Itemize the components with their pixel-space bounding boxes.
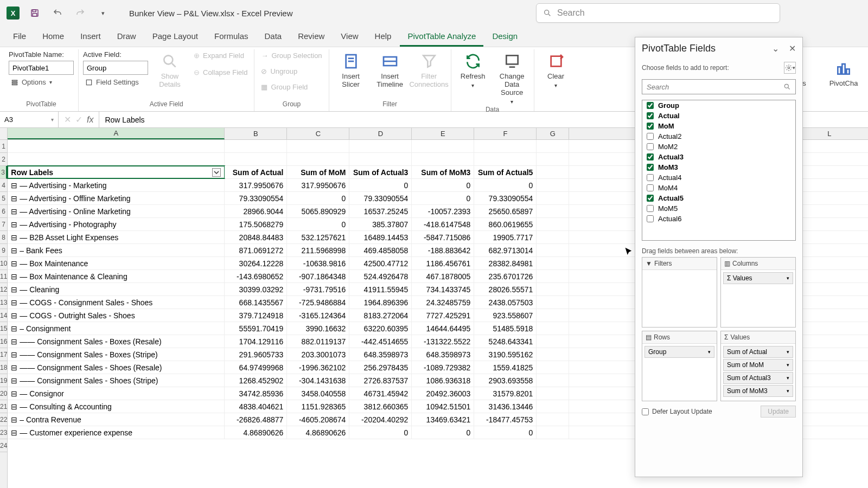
field-checkbox[interactable]: [647, 205, 654, 212]
tab-pivottable-analyze[interactable]: PivotTable Analyze: [400, 27, 483, 47]
tab-formulas[interactable]: Formulas: [207, 27, 256, 47]
area-item[interactable]: Group▾: [644, 346, 714, 358]
row-header-4[interactable]: 4: [0, 179, 7, 192]
row-header-1[interactable]: 1: [0, 140, 7, 153]
field-search-input[interactable]: [647, 83, 780, 91]
row-label[interactable]: ⊟ — Box Maintenance: [8, 257, 225, 269]
row-label[interactable]: ⊟ — COGS - Outright Sales - Shoes: [8, 309, 225, 322]
header-b[interactable]: Sum of Actual: [225, 166, 287, 178]
rowlabels-filter-icon[interactable]: [212, 168, 221, 177]
save-icon[interactable]: [27, 5, 42, 21]
field-actual5[interactable]: Actual5: [642, 193, 795, 203]
row-header-17[interactable]: 17: [0, 348, 7, 361]
pt-name-input[interactable]: [9, 61, 74, 75]
field-checkbox[interactable]: [647, 112, 654, 119]
col-G[interactable]: G: [537, 128, 569, 139]
undo-icon[interactable]: [50, 5, 65, 21]
area-item[interactable]: Sum of Actual▾: [723, 346, 793, 358]
clear-button[interactable]: Clear▾: [539, 50, 573, 88]
tab-home[interactable]: Home: [35, 27, 72, 47]
tab-pagelayout[interactable]: Page Layout: [145, 27, 206, 47]
field-checkbox[interactable]: [647, 102, 654, 109]
field-settings-button[interactable]: Field Settings: [83, 77, 148, 87]
area-item[interactable]: Σ Values▾: [723, 272, 793, 284]
field-mom[interactable]: MoM: [642, 121, 795, 131]
row-header-20[interactable]: 20: [0, 387, 7, 400]
redo-icon[interactable]: [73, 5, 88, 21]
field-checkbox[interactable]: [647, 153, 654, 160]
defer-layout-checkbox[interactable]: [642, 408, 649, 415]
row-label[interactable]: ⊟ — Consignor: [8, 387, 225, 400]
field-mom2[interactable]: MoM2: [642, 142, 795, 152]
row-header-10[interactable]: 10: [0, 257, 7, 270]
pivotchart-button[interactable]: PivotCha: [825, 57, 863, 87]
tab-data[interactable]: Data: [257, 27, 289, 47]
col-C[interactable]: C: [287, 128, 349, 139]
collapse-pane-icon[interactable]: ⌄: [772, 43, 779, 54]
tab-insert[interactable]: Insert: [73, 27, 108, 47]
options-button[interactable]: Options ▾: [9, 77, 74, 87]
field-mom3[interactable]: MoM3: [642, 162, 795, 172]
row-header-11[interactable]: 11: [0, 270, 7, 283]
pane-settings-icon[interactable]: ▾: [784, 62, 796, 74]
row-header-7[interactable]: 7: [0, 218, 7, 231]
field-checkbox[interactable]: [647, 133, 654, 140]
tab-view[interactable]: View: [333, 27, 366, 47]
field-search[interactable]: [642, 79, 796, 94]
field-checkbox[interactable]: [647, 184, 654, 191]
row-header-8[interactable]: 8: [0, 231, 7, 244]
close-pane-icon[interactable]: ✕: [789, 43, 796, 54]
field-checkbox[interactable]: [647, 195, 654, 202]
field-group[interactable]: Group: [642, 100, 795, 111]
row-label[interactable]: ⊟ — B2B Asset Light Expenses: [8, 231, 225, 243]
values-area[interactable]: ΣValues Sum of Actual▾Sum of MoM▾Sum of …: [720, 331, 796, 401]
search-box[interactable]: Search: [536, 3, 780, 23]
field-actual4[interactable]: Actual4: [642, 172, 795, 183]
name-box[interactable]: A3▾: [0, 112, 59, 127]
field-actual3[interactable]: Actual3: [642, 152, 795, 162]
fx-icon[interactable]: fx: [87, 115, 93, 125]
row-header-12[interactable]: 12: [0, 283, 7, 296]
field-mom5[interactable]: MoM5: [642, 203, 795, 214]
field-checkbox[interactable]: [647, 215, 654, 222]
row-label[interactable]: ⊟ — Box Maintenance & Cleaning: [8, 270, 225, 282]
filters-area[interactable]: ▼Filters: [642, 257, 717, 328]
header-c[interactable]: Sum of MoM: [287, 166, 349, 178]
header-e[interactable]: Sum of MoM3: [412, 166, 474, 178]
tab-review[interactable]: Review: [290, 27, 332, 47]
field-checkbox[interactable]: [647, 174, 654, 181]
insert-timeline-button[interactable]: Insert Timeline: [373, 50, 407, 88]
active-field-input[interactable]: [83, 61, 148, 75]
row-label[interactable]: ⊟ – Bank Fees: [8, 244, 225, 256]
field-checkbox[interactable]: [647, 123, 654, 130]
row-label[interactable]: ⊟ — COGS - Consignment Sales - Shoes: [8, 296, 225, 309]
row-header-15[interactable]: 15: [0, 322, 7, 335]
row-label[interactable]: ⊟ — Customer experience expense: [8, 426, 225, 439]
header-f[interactable]: Sum of Actual5: [474, 166, 537, 178]
row-label[interactable]: ⊟ – Consignment: [8, 322, 225, 335]
field-checkbox[interactable]: [647, 143, 654, 150]
row-header-5[interactable]: 5: [0, 192, 7, 205]
row-header-22[interactable]: 22: [0, 413, 7, 426]
field-checkbox[interactable]: [647, 164, 654, 171]
insert-slicer-button[interactable]: Insert Slicer: [334, 50, 368, 88]
row-header-16[interactable]: 16: [0, 335, 7, 348]
field-actual6[interactable]: Actual6: [642, 214, 795, 224]
confirm-icon[interactable]: ✓: [75, 114, 82, 125]
row-header-18[interactable]: 18: [0, 361, 7, 374]
row-label[interactable]: ⊟ —— Consignment Sales - Boxes (Stripe): [8, 348, 225, 361]
qat-dropdown-icon[interactable]: ▾: [95, 5, 111, 21]
change-data-source-button[interactable]: Change Data Source▾: [495, 50, 529, 105]
row-header-19[interactable]: 19: [0, 374, 7, 387]
row-header-24[interactable]: 24: [0, 439, 7, 452]
row-header-9[interactable]: 9: [0, 244, 7, 257]
row-label[interactable]: ⊟ — Advertising - Photography: [8, 218, 225, 230]
col-D[interactable]: D: [349, 128, 412, 139]
row-header-3[interactable]: 3: [0, 166, 7, 179]
tab-file[interactable]: File: [5, 27, 34, 47]
header-d[interactable]: Sum of Actual3: [349, 166, 412, 178]
row-label[interactable]: ⊟ —— Consignment Sales - Shoes (Stripe): [8, 374, 225, 387]
area-item[interactable]: Sum of MoM3▾: [723, 385, 793, 397]
row-header-21[interactable]: 21: [0, 400, 7, 413]
row-label[interactable]: ⊟ — Advertising - Marketing: [8, 179, 225, 191]
